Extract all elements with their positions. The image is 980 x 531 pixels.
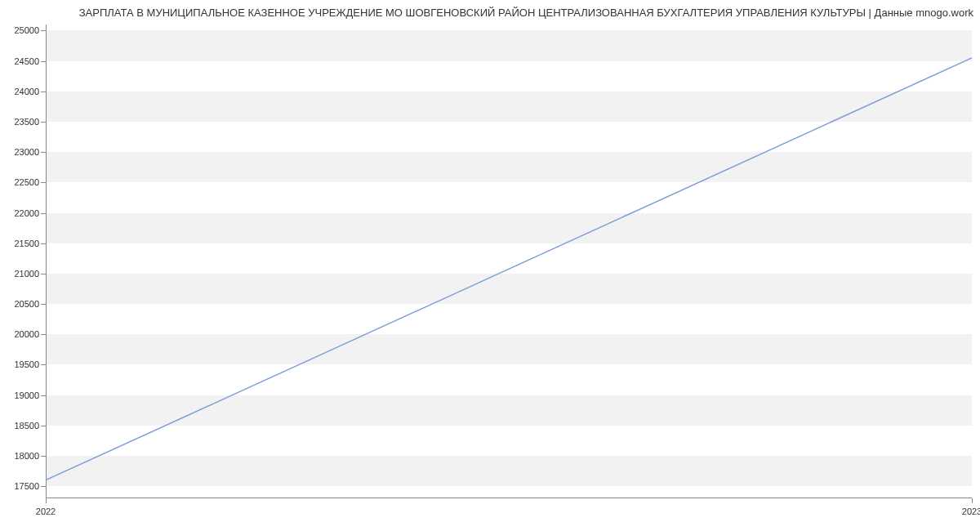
- y-tick-label: 21500: [3, 239, 39, 248]
- y-tick-label: 25000: [3, 25, 39, 35]
- plot-area: 1750018000185001900019500200002050021000…: [46, 25, 972, 498]
- y-tick-label: 24500: [3, 56, 39, 66]
- y-tick-label: 21000: [3, 269, 39, 279]
- y-tick-label: 23000: [3, 147, 39, 157]
- x-tick-label: 2022: [36, 506, 56, 516]
- y-tick-label: 22500: [3, 177, 39, 187]
- y-tick-label: 24000: [3, 87, 39, 96]
- y-tick-label: 20000: [3, 329, 39, 339]
- y-tick-label: 20500: [3, 299, 39, 309]
- x-tick: [46, 498, 47, 503]
- y-tick-label: 17500: [3, 481, 39, 491]
- y-tick-label: 22000: [3, 208, 39, 218]
- y-tick-label: 19000: [3, 390, 39, 400]
- y-tick-label: 18500: [3, 421, 39, 431]
- y-tick-label: 23500: [3, 117, 39, 127]
- series-line: [46, 58, 972, 480]
- x-tick-label: 2023: [962, 506, 980, 516]
- x-tick: [972, 498, 973, 503]
- y-tick-label: 18000: [3, 451, 39, 461]
- y-tick-label: 19500: [3, 359, 39, 369]
- chart-title: ЗАРПЛАТА В МУНИЦИПАЛЬНОЕ КАЗЕННОЕ УЧРЕЖД…: [7, 7, 973, 19]
- line-layer: [46, 25, 972, 498]
